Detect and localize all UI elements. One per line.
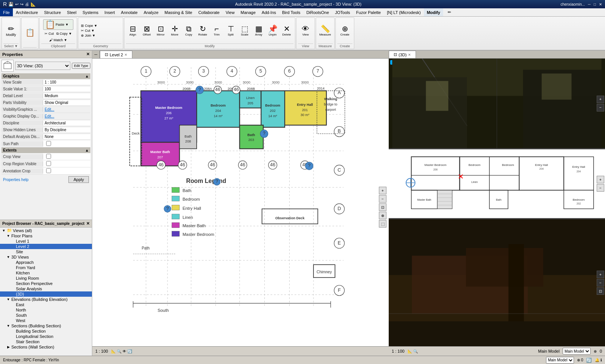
delete-button[interactable]: ✕ Delete xyxy=(280,24,293,37)
menu-insert[interactable]: Insert xyxy=(101,8,118,16)
annotcrop-checkbox[interactable] xyxy=(46,168,51,173)
floor-plan-canvas[interactable]: 1 2 3 4 5 6 7 A B xyxy=(92,59,389,346)
menu-steel[interactable]: Steel xyxy=(64,8,79,16)
menu-lt[interactable]: [N] LT (Microdesk) xyxy=(384,8,424,16)
3d-view-top[interactable]: Temporary Hide/Isolate N S E W TOP xyxy=(389,59,605,149)
zoom-in-btn[interactable]: + xyxy=(379,187,386,194)
sunpath-checkbox[interactable] xyxy=(46,141,51,146)
split-button[interactable]: ⊤ Split xyxy=(224,24,237,37)
prop-value-discipline[interactable]: Architectural xyxy=(43,121,90,125)
tree-stair-section[interactable]: Stair Section xyxy=(0,339,92,344)
tree-approach[interactable]: Approach xyxy=(0,260,92,265)
menu-context[interactable]: ✏ xyxy=(445,8,454,16)
menu-view[interactable]: View xyxy=(223,8,238,16)
project-browser-content[interactable]: ▼ 📁 Views (all) ▼ Floor Plans Level 1 Le… xyxy=(0,228,92,356)
prop-value-viewscale[interactable]: 1 : 100 xyxy=(43,80,90,85)
3d-zoom-out[interactable]: − xyxy=(597,104,604,112)
tree-views-all[interactable]: ▼ 📁 Views (all) xyxy=(0,228,92,233)
align-button[interactable]: ⊟ Align xyxy=(126,24,140,37)
prop-value-scalevalue[interactable]: 100 xyxy=(43,87,90,91)
quick-access-save[interactable]: 💾 xyxy=(8,2,14,7)
menu-annotate[interactable]: Annotate xyxy=(118,8,141,16)
3d-mid-zoom-in[interactable]: + xyxy=(597,176,604,183)
prop-value-parts[interactable]: Show Original xyxy=(43,100,90,105)
project-browser-close[interactable]: ✕ xyxy=(86,221,90,226)
tree-3d[interactable]: {3D} xyxy=(0,291,92,297)
quick-access-undo[interactable]: ↩ xyxy=(15,2,19,7)
paste-button[interactable]: 📋 Paste ▼ xyxy=(43,19,73,30)
tree-level2[interactable]: Level 2 xyxy=(0,244,92,249)
scale-btn3[interactable]: 👁 xyxy=(123,349,126,353)
tree-west[interactable]: West xyxy=(0,318,92,323)
properties-close[interactable]: ✕ xyxy=(86,52,90,57)
tree-section-perspective[interactable]: Section Perspective xyxy=(0,281,92,286)
matchprop-button[interactable]: 🖌 Match ▼ xyxy=(48,38,68,42)
3d-tool-1[interactable]: 📐 xyxy=(408,349,412,353)
prop-value-analysis[interactable]: None xyxy=(43,134,90,139)
workset-selector[interactable]: Main Model xyxy=(546,357,574,364)
array-button[interactable]: ▦ Array xyxy=(252,24,265,37)
menu-systems[interactable]: Systems xyxy=(79,8,101,16)
menu-manage[interactable]: Manage xyxy=(237,8,259,16)
3d-view-middle[interactable]: Master Bedroom 206 Bedroom Bedroom Entry… xyxy=(389,149,605,219)
menu-diroots[interactable]: DiRootsOne xyxy=(303,8,332,16)
fit-view-btn[interactable]: ⊡ xyxy=(379,203,386,211)
menu-modify[interactable]: Modify xyxy=(424,8,443,16)
view-ribbon-button[interactable]: 👁 View xyxy=(299,24,312,37)
menu-architecture[interactable]: Architecture xyxy=(13,8,41,16)
expand-3d-views[interactable]: ▼ xyxy=(6,255,11,259)
zoom-out-btn[interactable]: − xyxy=(379,195,386,203)
3d-bot-zoom-out[interactable]: − xyxy=(597,279,604,287)
floor-plan-svg[interactable]: 1 2 3 4 5 6 7 A B xyxy=(92,59,389,346)
tree-living-room[interactable]: Living Room xyxy=(0,276,92,281)
menu-analyze[interactable]: Analyze xyxy=(141,8,161,16)
copy-button[interactable]: ⧉ Copy ▼ xyxy=(55,31,73,36)
tree-sections[interactable]: ▼ Sections (Building Section) xyxy=(0,323,92,328)
steering-btn[interactable]: ⊕ xyxy=(379,212,386,219)
tab-level2[interactable]: ⊡ Level 2 ✕ xyxy=(100,51,132,58)
expand-elevations[interactable]: ▼ xyxy=(6,297,11,301)
view-content[interactable]: 1 2 3 4 5 6 7 A B xyxy=(92,59,389,356)
menu-addins[interactable]: Add-Ins xyxy=(259,8,279,16)
edit-type-button[interactable]: Edit Type xyxy=(72,63,90,69)
expand-sections[interactable]: ▼ xyxy=(6,324,11,328)
cropregion-checkbox[interactable] xyxy=(46,161,51,166)
prop-value-detaillevel[interactable]: Medium xyxy=(43,93,90,98)
minimize-panel-btn[interactable]: ─ xyxy=(92,51,100,58)
prop-vg-edit[interactable]: Edit... xyxy=(43,107,56,112)
create-ribbon-button[interactable]: ⊕ Create xyxy=(338,24,352,37)
quick-access-redo[interactable]: ↪ xyxy=(20,2,23,7)
tree-longitudinal[interactable]: Longitudinal Section xyxy=(0,334,92,339)
measure-ribbon-button[interactable]: 📏 Measure xyxy=(318,24,332,37)
quick-access-print[interactable]: 🖨 xyxy=(25,2,29,6)
menu-collaborate[interactable]: Collaborate xyxy=(195,8,222,16)
properties-help-link[interactable]: Properties help xyxy=(3,178,28,182)
expand-floor-plans[interactable]: ▼ xyxy=(6,234,11,238)
tree-level1[interactable]: Level 1 xyxy=(0,239,92,244)
modify-button[interactable]: ✏ Modify xyxy=(4,24,18,37)
tree-south[interactable]: South xyxy=(0,313,92,318)
tree-floor-plans[interactable]: ▼ Floor Plans xyxy=(0,233,92,239)
menu-birdtools[interactable]: Bird Tools xyxy=(279,8,303,16)
expand-views[interactable]: ▼ xyxy=(2,229,6,232)
tree-kitchen[interactable]: Kitchen xyxy=(0,270,92,276)
scale-button[interactable]: ⬚ Scale xyxy=(238,24,251,37)
mirror-button[interactable]: ⊡ Mirror xyxy=(154,24,168,37)
tree-building-section[interactable]: Building Section xyxy=(0,328,92,334)
quick-access-measure[interactable]: 📐 xyxy=(31,2,36,7)
3d-bot-fit[interactable]: ⊡ xyxy=(597,287,604,295)
window-minimize[interactable]: ─ xyxy=(588,2,591,6)
cope-button[interactable]: ⊞ Cope ▼ xyxy=(80,23,98,28)
room-bath-203[interactable] xyxy=(240,125,263,149)
model-selector[interactable]: Main Model xyxy=(563,348,591,355)
tree-site[interactable]: Site xyxy=(0,249,92,254)
offset-button[interactable]: ⊠ Offset xyxy=(140,24,154,37)
menu-file[interactable]: File xyxy=(0,8,13,16)
sync-icon[interactable]: 🔄 xyxy=(586,358,592,363)
3d-tool-2[interactable]: 🔍 xyxy=(413,349,418,353)
properties-ribbon-button[interactable]: 📋 xyxy=(23,28,37,37)
window-maximize[interactable]: □ xyxy=(594,2,596,6)
scale-btn4[interactable]: 🔄 xyxy=(127,349,132,353)
copy-modify-button[interactable]: ⧉ Copy xyxy=(182,24,195,37)
tree-north[interactable]: North xyxy=(0,307,92,313)
